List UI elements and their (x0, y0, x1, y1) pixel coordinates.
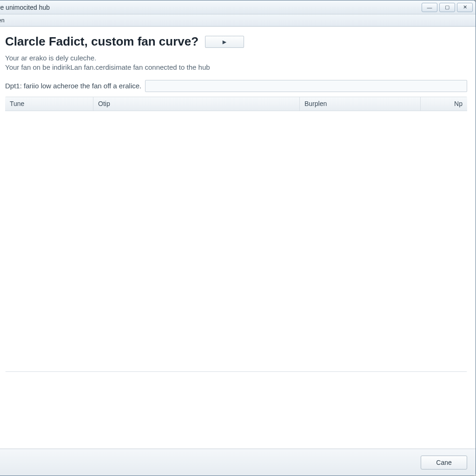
window-controls: — ▢ ✕ (422, 3, 473, 12)
option-row: Dpt1: fariio low acheroe the fan off a e… (5, 80, 467, 92)
column-header-4[interactable]: Np (421, 97, 467, 111)
column-header-2[interactable]: Otip (93, 97, 300, 111)
content-area: Clarcle Fadict, custom fan curve? ▸ Your… (0, 26, 476, 449)
option-input[interactable] (145, 80, 467, 92)
table-body (5, 111, 467, 371)
close-button[interactable]: ✕ (457, 3, 473, 12)
table-header: Tune Otip Burplen Np (5, 97, 467, 111)
chevron-right-icon: ▸ (223, 38, 226, 46)
menubar: Hien (0, 14, 476, 26)
data-table: Tune Otip Burplen Np (5, 97, 467, 372)
menu-item-1[interactable]: Hien (0, 16, 7, 25)
app-window: urve unimocited hub — ▢ ✕ Hien Clarcle F… (0, 0, 476, 476)
option-label: Dpt1: fariio low acheroe the fan off a e… (5, 82, 141, 90)
column-header-1[interactable]: Tune (5, 97, 93, 111)
column-header-3[interactable]: Burplen (300, 97, 421, 111)
titlebar: urve unimocited hub — ▢ ✕ (0, 0, 476, 14)
description-line-2: Your fan on be indirikLan fan.cerdisimat… (5, 63, 467, 72)
description-line-1: Your ar erako is dely culeche. (5, 53, 467, 63)
page-title: Clarcle Fadict, custom fan curve? (5, 34, 198, 49)
window-title: urve unimocited hub (0, 4, 422, 11)
heading-row: Clarcle Fadict, custom fan curve? ▸ (5, 34, 467, 49)
heading-action-button[interactable]: ▸ (205, 36, 244, 48)
close-dialog-button[interactable]: Cane (421, 456, 467, 469)
description-text: Your ar erako is dely culeche. Your fan … (5, 53, 467, 73)
minimize-button[interactable]: — (422, 3, 437, 12)
footer-bar: Cane (0, 449, 476, 476)
maximize-button[interactable]: ▢ (439, 3, 455, 12)
